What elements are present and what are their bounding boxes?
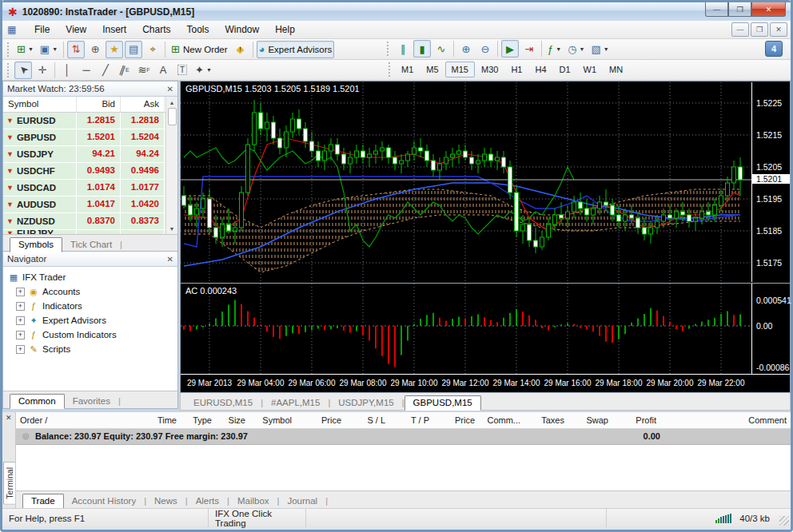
new-chart-button[interactable]: ⊞▼: [14, 41, 36, 58]
dropdown-caret-icon[interactable]: ▼: [52, 46, 58, 52]
toolbar-grip[interactable]: [387, 42, 391, 56]
quote-row-gbpusd[interactable]: ▼GBPUSD1.52011.5204: [3, 129, 165, 146]
terminal-column-comm[interactable]: Comm...: [479, 412, 524, 428]
terminal-column-comment[interactable]: Comment: [660, 412, 791, 428]
timeframe-h4[interactable]: H4: [528, 62, 552, 77]
dropdown-caret-icon[interactable]: ▼: [604, 46, 609, 52]
terminal-column-time[interactable]: Time: [86, 412, 181, 428]
profiles-button[interactable]: ▣▼: [38, 41, 60, 58]
terminal-tab-alerts[interactable]: Alerts: [188, 494, 227, 508]
timeframe-w1[interactable]: W1: [577, 62, 604, 77]
menu-help[interactable]: Help: [267, 22, 303, 37]
tab-symbols[interactable]: Symbols: [10, 237, 62, 252]
expand-icon[interactable]: +: [16, 345, 25, 354]
chart-tab-usdjpy-m15[interactable]: USDJPY,M15: [330, 396, 401, 410]
scroll-up-icon[interactable]: ▲: [169, 97, 175, 108]
navigator-toggle[interactable]: ★: [106, 41, 123, 58]
close-button[interactable]: ✕: [751, 2, 786, 17]
auto-scroll-button[interactable]: ▶: [501, 40, 519, 58]
menu-view[interactable]: View: [58, 22, 94, 37]
toolbar-grip[interactable]: [389, 62, 393, 77]
candlestick-button[interactable]: ▮: [413, 40, 431, 58]
shapes-tool[interactable]: ✦▼: [193, 62, 214, 79]
timeframe-h1[interactable]: H1: [504, 62, 528, 77]
cursor-tool[interactable]: ➤: [14, 62, 32, 79]
minimize-button[interactable]: —: [705, 2, 728, 17]
market-watch-toggle[interactable]: ⇅: [67, 41, 85, 58]
data-window-toggle[interactable]: ⊕: [86, 41, 104, 58]
restore-button[interactable]: ❒: [728, 2, 751, 17]
line-chart-button[interactable]: ∿: [432, 40, 450, 58]
terminal-tab-journal[interactable]: Journal: [279, 494, 325, 508]
column-header-bid[interactable]: Bid: [77, 97, 121, 112]
periods-button[interactable]: ◷▼: [565, 40, 587, 58]
expand-icon[interactable]: +: [16, 288, 25, 296]
zoom-out-button[interactable]: ⊖: [476, 40, 494, 58]
scrollbar-thumb[interactable]: [168, 108, 177, 125]
bar-chart-button[interactable]: ∥: [394, 40, 412, 58]
timeframe-d1[interactable]: D1: [553, 62, 577, 77]
navigator-item-custom-indicators[interactable]: +ƒCustom Indicators: [5, 328, 176, 342]
navigator-item-expert-advisors[interactable]: +✦Expert Advisors: [5, 313, 176, 328]
terminal-toggle[interactable]: ▤: [125, 41, 142, 58]
channel-tool[interactable]: ∥E: [116, 62, 133, 79]
resize-grip[interactable]: [779, 516, 789, 526]
toolbar-grip[interactable]: [7, 63, 11, 77]
terminal-side-tab[interactable]: Terminal: [3, 462, 15, 505]
terminal-close-icon[interactable]: ✕: [6, 414, 12, 422]
strategy-tester-toggle[interactable]: ⌖: [144, 41, 161, 58]
crosshair-tool[interactable]: ✛: [34, 62, 51, 79]
trendline-tool[interactable]: ╱: [97, 62, 114, 79]
timeframe-m5[interactable]: M5: [420, 62, 444, 77]
terminal-tab-mailbox[interactable]: Mailbox: [229, 494, 277, 508]
tab-favorites[interactable]: Favorites: [65, 395, 118, 408]
terminal-column-symbol[interactable]: Symbol: [249, 412, 296, 428]
market-watch-close-icon[interactable]: ✕: [167, 85, 173, 93]
expert-advisors-button[interactable]: ◕Expert Advisors: [257, 41, 335, 58]
menu-window[interactable]: Window: [217, 22, 268, 37]
terminal-column-profit[interactable]: Profit: [612, 412, 660, 428]
toolbar-grip[interactable]: [7, 42, 11, 57]
horizontal-line-tool[interactable]: ─: [78, 62, 95, 79]
chart-tab-gbpusd-m15[interactable]: GBPUSD,M15: [404, 395, 481, 411]
menu-insert[interactable]: Insert: [94, 22, 134, 37]
quote-row-eurjpy[interactable]: ▼EURJPY120.75120.78: [3, 230, 165, 234]
ac-indicator-plot[interactable]: [181, 284, 751, 375]
chart-tab--aapl-m15[interactable]: #AAPL,M15: [263, 396, 328, 410]
quote-row-usdcad[interactable]: ▼USDCAD1.01741.0177: [3, 180, 165, 197]
terminal-column-price[interactable]: Price: [296, 412, 345, 428]
timeframe-m30[interactable]: M30: [475, 62, 504, 77]
terminal-tab-news[interactable]: News: [146, 494, 185, 508]
notifications-badge[interactable]: 4: [765, 41, 783, 57]
terminal-column-type[interactable]: Type: [181, 412, 216, 428]
menu-charts[interactable]: Charts: [134, 22, 178, 37]
dropdown-caret-icon[interactable]: ▼: [556, 46, 561, 52]
fibonacci-tool[interactable]: ≋F: [135, 62, 153, 79]
terminal-column-tp[interactable]: T / P: [389, 412, 433, 428]
timeframe-mn[interactable]: MN: [603, 62, 629, 77]
quote-row-eurusd[interactable]: ▼EURUSD1.28151.2818: [3, 113, 165, 129]
one-click-trading-label[interactable]: IFX One Click Trading: [215, 509, 299, 528]
dropdown-caret-icon[interactable]: ▼: [28, 46, 34, 52]
expand-icon[interactable]: +: [16, 331, 25, 339]
child-close-button[interactable]: ✕: [770, 22, 787, 37]
tab-tick-chart[interactable]: Tick Chart: [62, 238, 120, 252]
dropdown-caret-icon[interactable]: ▼: [206, 67, 212, 73]
indicators-button[interactable]: ƒ▼: [545, 40, 564, 58]
metaeditor-button[interactable]: ◆!: [232, 41, 249, 58]
child-minimize-button[interactable]: —: [731, 22, 749, 37]
expand-icon[interactable]: +: [16, 302, 25, 311]
child-restore-button[interactable]: ❒: [751, 22, 768, 37]
chart-shift-button[interactable]: ⇥: [520, 40, 538, 58]
zoom-in-button[interactable]: ⊕: [457, 40, 475, 58]
navigator-item-indicators[interactable]: +ƒIndicators: [5, 299, 176, 313]
terminal-column-swap[interactable]: Swap: [568, 412, 612, 428]
column-header-symbol[interactable]: Symbol: [3, 97, 77, 112]
navigator-item-scripts[interactable]: +✎Scripts: [5, 342, 176, 356]
navigator-item-accounts[interactable]: +◉Accounts: [5, 284, 176, 299]
quote-row-usdchf[interactable]: ▼USDCHF0.94930.9496: [3, 163, 165, 180]
quote-row-nzdusd[interactable]: ▼NZDUSD0.83700.8373: [3, 213, 165, 230]
label-tool[interactable]: T: [173, 62, 191, 79]
tab-common[interactable]: Common: [10, 394, 65, 409]
price-chart-plot[interactable]: [181, 82, 751, 282]
